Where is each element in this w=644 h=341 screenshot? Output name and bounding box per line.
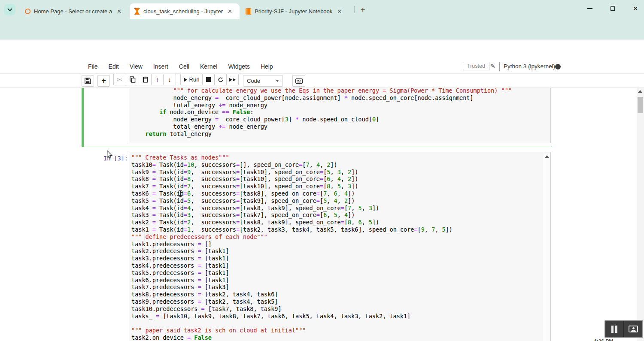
notebook-book-icon	[246, 8, 251, 15]
page-scrollbar[interactable]	[637, 88, 644, 341]
browser-address-bar: localhost:8888/notebooks/clous_task_sche…	[0, 19, 644, 39]
restore-icon	[611, 6, 615, 11]
tab-title: clous_task_scheduling - Jupyter	[143, 8, 223, 15]
arrow-down-icon: ↓	[168, 76, 171, 83]
chevron-down-icon	[276, 80, 279, 82]
paste-icon	[143, 76, 148, 83]
mouse-cursor	[106, 150, 113, 159]
tab-search-button[interactable]	[4, 4, 15, 15]
menu-view[interactable]: View	[130, 63, 143, 70]
restore-button[interactable]	[603, 0, 623, 17]
close-icon[interactable]: ✕	[336, 8, 343, 15]
clock-text: 4:36 PM	[594, 338, 613, 341]
close-icon[interactable]: ✕	[115, 8, 123, 15]
paste-cell-button[interactable]	[139, 74, 152, 85]
tab-home-page[interactable]: Home Page - Select or create a ✕	[21, 3, 128, 19]
jupyter-ring-icon	[25, 9, 30, 14]
menu-kernel[interactable]: Kernel	[200, 63, 217, 70]
close-icon: ✕	[633, 5, 638, 12]
command-palette-button[interactable]	[292, 75, 305, 87]
run-button[interactable]: Run	[180, 74, 203, 85]
close-window-button[interactable]: ✕	[626, 0, 644, 17]
move-cell-down-button[interactable]: ↓	[164, 74, 176, 85]
scissors-icon: ✂	[117, 76, 123, 84]
save-icon	[85, 78, 91, 84]
restart-icon	[218, 77, 224, 83]
text-ibeam-cursor	[178, 190, 183, 197]
menu-insert[interactable]: Insert	[153, 63, 168, 70]
camera-person-icon	[629, 326, 638, 332]
restart-run-all-button[interactable]	[227, 74, 239, 85]
menu-file[interactable]: File	[88, 63, 98, 70]
menu-help[interactable]: Help	[261, 63, 273, 70]
code-cell-create-tasks[interactable]: In [3]: """ Create Tasks as nodes"""task…	[82, 150, 552, 341]
notebook-toolbar: + ✂ ↑ ↓ Run	[0, 74, 644, 88]
pause-recording-button[interactable]	[605, 321, 623, 337]
minimize-icon	[587, 8, 592, 9]
menu-edit[interactable]: Edit	[109, 63, 119, 70]
hourglass-icon	[134, 8, 140, 15]
browser-tab-strip: Home Page - Select or create a ✕ clous_t…	[0, 0, 644, 19]
notebook-menubar: File Edit View Insert Cell Kernel Widget…	[0, 60, 644, 74]
menu-cell[interactable]: Cell	[179, 63, 189, 70]
menubar-divider	[499, 62, 500, 71]
move-cell-up-button[interactable]: ↑	[151, 74, 164, 85]
camera-button[interactable]	[624, 321, 642, 337]
copy-icon	[130, 76, 136, 83]
tab-clous-task-scheduling[interactable]: clous_task_scheduling - Jupyter ✕	[130, 3, 240, 19]
chevron-down-icon	[7, 8, 12, 12]
new-tab-button[interactable]: +	[357, 4, 368, 15]
edit-mode-pencil-icon: ✎	[490, 63, 495, 69]
notebook-scroll-area[interactable]: """ for calculate energy we use the Eqs …	[0, 88, 644, 341]
cell-prompt: In [3]:	[84, 155, 128, 162]
arrow-up-icon: ↑	[156, 76, 159, 83]
kernel-name: Python 3 (ipykernel)	[504, 63, 555, 69]
kernel-indicator-icon	[555, 64, 561, 69]
cell-type-select[interactable]: Code	[243, 75, 283, 87]
pause-icon	[611, 326, 617, 333]
code-content[interactable]: """ for calculate energy we use the Eqs …	[129, 88, 550, 139]
interrupt-kernel-button[interactable]	[203, 74, 215, 85]
copy-cell-button[interactable]	[126, 74, 139, 85]
code-content[interactable]: """ Create Tasks as nodes"""task10= Task…	[129, 152, 550, 341]
save-button[interactable]	[82, 75, 94, 87]
code-editor[interactable]: """ Create Tasks as nodes"""task10= Task…	[129, 152, 551, 341]
menu-widgets[interactable]: Widgets	[228, 63, 250, 70]
keyboard-icon	[295, 78, 303, 84]
code-editor[interactable]: """ for calculate energy we use the Eqs …	[129, 88, 551, 143]
cell-scrollbar[interactable]	[543, 153, 550, 341]
scrollbar-thumb[interactable]	[638, 97, 643, 113]
jupyter-header: jupyter clous_task_scheduling Last Check…	[0, 39, 644, 60]
add-cell-button[interactable]: +	[97, 75, 110, 87]
code-cell-energy-function[interactable]: """ for calculate energy we use the Eqs …	[82, 88, 552, 147]
scroll-up-icon	[545, 155, 549, 158]
fast-forward-icon	[229, 78, 232, 81]
trusted-button[interactable]: Trusted	[463, 62, 489, 70]
play-icon	[184, 78, 187, 82]
minimize-button[interactable]	[580, 0, 600, 17]
restart-kernel-button[interactable]	[215, 74, 227, 85]
tab-separator	[354, 6, 355, 13]
tab-priority-sjf[interactable]: Priority-SJF - Jupyter Notebook ✕	[241, 3, 351, 19]
plus-icon: +	[101, 76, 106, 85]
tab-title: Home Page - Select or create a	[34, 8, 112, 15]
scroll-up-icon	[638, 90, 642, 93]
close-icon[interactable]: ✕	[226, 8, 234, 15]
stop-icon	[206, 77, 211, 82]
cell-type-value: Code	[247, 78, 260, 84]
recording-overlay	[605, 320, 643, 338]
tab-title: Priority-SJF - Jupyter Notebook	[255, 8, 332, 15]
cut-cell-button[interactable]: ✂	[113, 74, 126, 85]
run-label: Run	[189, 76, 200, 83]
